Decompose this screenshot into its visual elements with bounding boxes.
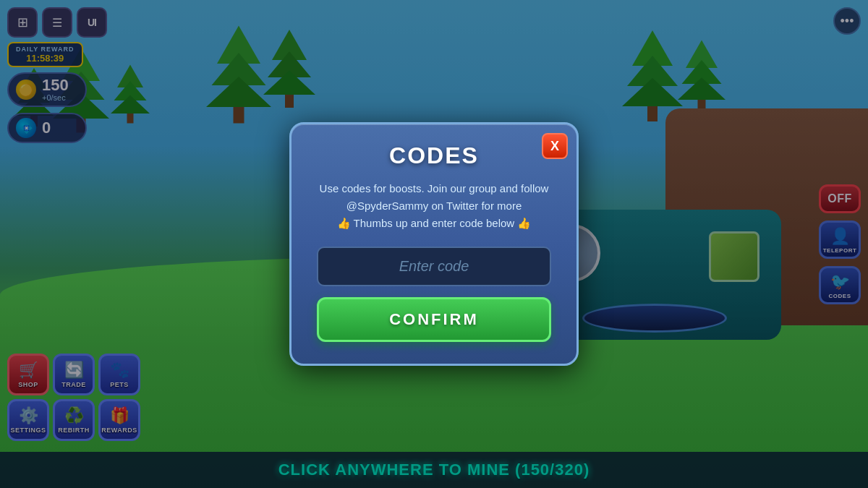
- code-input[interactable]: [317, 247, 551, 286]
- modal-overlay[interactable]: X CODES Use codes for boosts. Join our g…: [0, 0, 868, 488]
- modal-thumbs-text: 👍 Thumbs up and enter code below 👍: [337, 217, 532, 229]
- confirm-button[interactable]: CONFIRM: [317, 297, 551, 342]
- modal-description-text: Use codes for boosts. Join our group and…: [320, 182, 549, 212]
- modal-description: Use codes for boosts. Join our group and…: [317, 180, 551, 232]
- modal-title: CODES: [317, 142, 551, 169]
- codes-modal: X CODES Use codes for boosts. Join our g…: [289, 122, 579, 366]
- confirm-label: CONFIRM: [389, 310, 479, 328]
- modal-close-button[interactable]: X: [542, 133, 568, 159]
- close-x-label: X: [550, 139, 559, 154]
